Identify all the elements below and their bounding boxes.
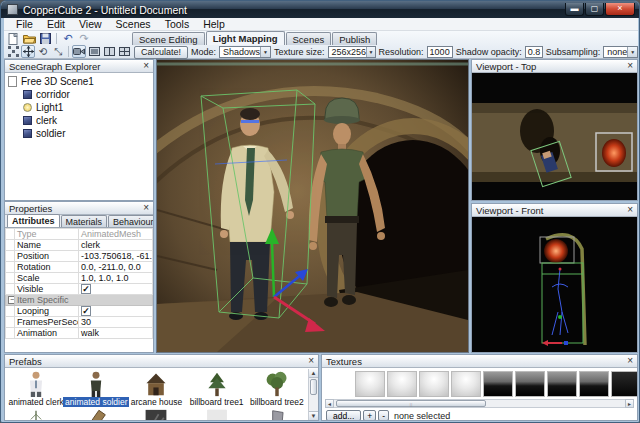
minimize-button[interactable]: ▬ xyxy=(565,3,584,16)
prefab-billboard-tree2[interactable]: billboard tree2 xyxy=(247,369,307,407)
prop-row-scale: Scale1.0, 1.0, 1.0 xyxy=(6,273,153,284)
texture-thumb[interactable] xyxy=(611,371,638,397)
menu-scenes[interactable]: Scenes xyxy=(109,18,158,30)
tab-attributes[interactable]: Attributes xyxy=(7,214,60,227)
close-button[interactable]: × xyxy=(605,3,635,16)
texture-thumb[interactable] xyxy=(419,371,449,397)
new-document-icon[interactable] xyxy=(6,32,20,45)
3d-scene-render[interactable] xyxy=(157,60,468,352)
menu-tools[interactable]: Tools xyxy=(158,18,197,30)
shadow-opacity-input[interactable]: 0.8 xyxy=(525,46,543,58)
prefab-thumb[interactable] xyxy=(6,407,66,420)
add-texture-button[interactable]: add... xyxy=(326,410,361,421)
scrollbar-thumb[interactable] xyxy=(310,379,317,395)
menu-file[interactable]: File xyxy=(9,18,40,30)
rotate-tool-icon[interactable]: ⟲ xyxy=(36,45,50,58)
tree-item-corridor[interactable]: corridor xyxy=(8,88,153,101)
chevron-down-icon: ▼ xyxy=(627,47,637,57)
light-bulb-icon xyxy=(23,103,32,112)
view-quad-icon[interactable] xyxy=(117,45,131,58)
title-bar[interactable]: CopperCube 2 - Untitled Document ▬ ▢ × xyxy=(1,1,640,18)
prop-group-item-specific: −Item Specific xyxy=(6,295,153,306)
tab-materials[interactable]: Materials xyxy=(61,215,108,227)
prefabs-panel: Prefabs × animated clerk animated soldie… xyxy=(4,354,319,421)
scrollbar-thumb[interactable]: ⁞⁞ xyxy=(336,400,486,407)
menu-edit[interactable]: Edit xyxy=(40,18,72,30)
shadow-opacity-label: Shadow opacity: xyxy=(455,47,523,57)
undo-icon[interactable]: ↶ xyxy=(61,32,75,45)
tab-scene-editing[interactable]: Scene Editing xyxy=(132,32,205,45)
prefab-thumb[interactable] xyxy=(247,407,307,420)
texture-thumb[interactable] xyxy=(355,371,385,397)
snap-icon[interactable] xyxy=(6,45,20,58)
scale-tool-icon[interactable]: ⤡ xyxy=(51,45,65,58)
camera-view-icon[interactable] xyxy=(72,45,86,58)
textures-panel: Textures × ◄ ⁞⁞ ► add... + - none select… xyxy=(321,354,638,421)
redo-icon[interactable]: ↷ xyxy=(77,32,91,45)
texture-strip xyxy=(355,371,638,397)
scroll-right-icon[interactable]: ► xyxy=(625,399,634,408)
texture-thumb[interactable] xyxy=(451,371,481,397)
menu-view[interactable]: View xyxy=(72,18,109,30)
tab-light-mapping[interactable]: Light Mapping xyxy=(206,31,285,45)
scroll-down-icon[interactable]: ▼ xyxy=(309,411,318,420)
collapse-icon[interactable]: − xyxy=(8,296,15,304)
open-folder-icon[interactable] xyxy=(22,32,36,45)
prefabs-scrollbar[interactable]: ▲ ▼ xyxy=(308,369,318,420)
save-icon[interactable] xyxy=(38,32,52,45)
menu-help[interactable]: Help xyxy=(196,18,232,30)
tree-item-clerk[interactable]: clerk xyxy=(8,114,153,127)
texture-thumb[interactable] xyxy=(579,371,609,397)
texture-thumb[interactable] xyxy=(387,371,417,397)
texture-thumb[interactable] xyxy=(547,371,577,397)
attributes-table: TypeAnimatedMesh Nameclerk Position-103.… xyxy=(5,228,153,339)
prefab-arcane-house[interactable]: arcane house xyxy=(126,369,186,407)
maximize-button[interactable]: ▢ xyxy=(585,3,604,16)
viewport-top-panel: Viewport - Top × xyxy=(471,59,638,201)
prefab-thumb[interactable] xyxy=(66,407,126,420)
scene-document-icon xyxy=(8,76,17,87)
looping-checkbox[interactable]: ✓ xyxy=(81,306,91,316)
calculate-button[interactable]: Calculate! xyxy=(134,46,188,59)
tab-scenes[interactable]: Scenes xyxy=(286,32,332,45)
scenegraph-title: SceneGraph Explorer xyxy=(9,61,100,72)
texture-size-select[interactable]: 256x256▼ xyxy=(328,46,376,58)
tree-item-root[interactable]: Free 3D Scene1 xyxy=(8,75,153,88)
mode-select[interactable]: Shadows▼ xyxy=(219,46,271,58)
chevron-down-icon: ▼ xyxy=(366,47,374,57)
viewport-front-render[interactable] xyxy=(472,217,637,352)
close-panel-icon[interactable]: × xyxy=(143,203,149,213)
prefab-thumb[interactable] xyxy=(126,407,186,420)
tree-item-light1[interactable]: Light1 xyxy=(8,101,153,114)
move-tool-icon[interactable] xyxy=(21,45,35,58)
prefab-animated-clerk[interactable]: animated clerk xyxy=(6,369,66,407)
menu-bar: File Edit View Scenes Tools Help xyxy=(4,18,638,31)
zoom-out-button[interactable]: - xyxy=(378,410,389,421)
view-split-icon[interactable] xyxy=(102,45,116,58)
prefab-animated-soldier[interactable]: animated soldier xyxy=(66,369,126,407)
viewport-top-render[interactable] xyxy=(472,73,637,200)
close-panel-icon[interactable]: × xyxy=(143,61,149,71)
resolution-input[interactable]: 1000 xyxy=(427,46,453,58)
toolbar: ↶ ↷ Scene Editing Light Mapping Scenes P… xyxy=(4,31,638,59)
visible-checkbox[interactable]: ✓ xyxy=(81,284,91,294)
scroll-left-icon[interactable]: ◄ xyxy=(325,399,334,408)
subsampling-select[interactable]: none▼ xyxy=(603,46,638,58)
close-panel-icon[interactable]: × xyxy=(627,205,633,215)
zoom-in-button[interactable]: + xyxy=(363,410,376,421)
tab-publish[interactable]: Publish xyxy=(332,32,377,45)
texture-thumb[interactable] xyxy=(483,371,513,397)
app-icon[interactable] xyxy=(7,4,18,15)
prefab-billboard-tree1[interactable]: billboard tree1 xyxy=(187,369,247,407)
tab-behaviour[interactable]: Behaviour xyxy=(108,215,154,227)
prefab-thumb[interactable] xyxy=(187,407,247,420)
close-panel-icon[interactable]: × xyxy=(627,61,633,71)
tree-item-soldier[interactable]: soldier xyxy=(8,127,153,140)
view-single-icon[interactable] xyxy=(87,45,101,58)
close-panel-icon[interactable]: × xyxy=(308,356,314,366)
textures-scrollbar[interactable]: ◄ ⁞⁞ ► xyxy=(325,399,634,408)
main-3d-viewport[interactable] xyxy=(156,59,469,353)
close-panel-icon[interactable]: × xyxy=(627,356,633,366)
scroll-up-icon[interactable]: ▲ xyxy=(309,369,318,378)
texture-thumb[interactable] xyxy=(515,371,545,397)
